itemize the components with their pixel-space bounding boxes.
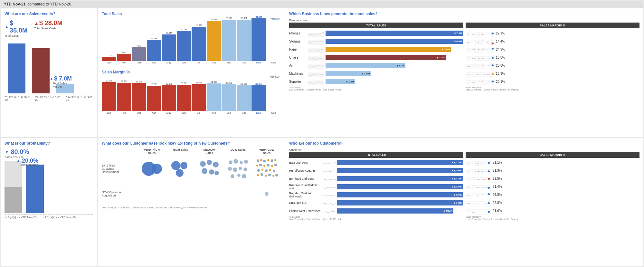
svg-point-154 [488, 211, 490, 213]
vs-label-3: +11.5% vs YTD Nov-20 [66, 95, 93, 101]
bl-margin-val-phones: 22.1% [496, 32, 505, 35]
tc-row-3: Bernhard and Sons $ 1,071K [289, 175, 463, 182]
kpi-total-costs-value: ▲ $ 28.0M [34, 19, 62, 27]
tc-margin-spacer: . [466, 148, 639, 151]
bl-margin-footer: Sales Margin % Last 12 months Current Pe… [466, 86, 639, 91]
cb-footer-note: one circle per Customer: sized by Total … [102, 206, 281, 209]
svg-point-134 [488, 170, 490, 172]
bl-margin-spark-machines [466, 70, 495, 77]
cb-bubble-existing-m [198, 157, 221, 180]
tc-margin-val-3: 22.5% [493, 177, 502, 180]
bl-total-sales-footer: Total Sales Last 12 months Current Perio… [289, 86, 463, 91]
svg-point-90 [260, 159, 262, 161]
bl-row-art: Art $ 3.5M [289, 62, 463, 69]
svg-point-74 [213, 162, 219, 167]
cb-existing-very-low [253, 156, 281, 182]
tc-val-5: $ 957K [454, 193, 462, 196]
svg-point-111 [275, 174, 278, 176]
profitability-panel: What is our profitability? ▼ 80.0% Sales… [1, 138, 97, 267]
tc-spark-6 [323, 199, 336, 206]
svg-point-98 [267, 164, 270, 167]
ts-bar-may: 14.2M May [162, 32, 176, 64]
prof-vs-labels: -1.2 pt(s) vs YTD Nov-20 +1.2 pt(s) vs Y… [5, 216, 93, 219]
bl-value-machines: $ 2.0M [362, 72, 370, 75]
bl-margin-spark-paper [466, 46, 495, 53]
total-sales-section: Total Sales 35.0M 1.7M Jan 3.6M [102, 12, 281, 67]
vs-labels-row: +4.8% vs YTD Nov-20 +3.3% vs YTD Nov-20 … [5, 95, 93, 101]
bl-spark-paper [308, 46, 324, 53]
total-sales-title: Total Sales [102, 12, 281, 16]
bl-margin-spark-chairs [466, 54, 495, 61]
tc-margin-spark-3 [466, 175, 491, 182]
svg-point-95 [256, 165, 258, 167]
prof-bar-col-1 [5, 161, 22, 213]
svg-rect-2 [308, 48, 324, 53]
cb-bubble-existing-vh [141, 157, 163, 180]
svg-point-108 [265, 175, 267, 177]
svg-point-142 [488, 187, 490, 189]
bl-margin-val-storage: 14.4% [496, 40, 505, 43]
tc-margin-row-1: 21.1% [466, 159, 639, 166]
profitability-title: What is our profitability? [5, 141, 93, 146]
kpi-margin-label: Total Sales Margin [53, 82, 74, 88]
tc-name-5: Rogahn, Crist and Gulgowski [289, 192, 321, 198]
svg-point-112 [265, 192, 269, 196]
sm-bar-sep: 20.8% Sep [222, 82, 236, 114]
kpi-total-costs-label: Total Sales Costs [34, 27, 57, 30]
svg-point-86 [231, 174, 234, 178]
arrow-up-2: ▲ [34, 21, 39, 26]
sales-margin-title: Sales Margin % [102, 70, 281, 74]
tc-row-2: Runolfsson-Rogahn $ 1,197K [289, 167, 463, 174]
bl-bar-storage: $ 6.6M [326, 39, 463, 44]
top-customers-panel: Who are our top Customers? Customer → TO… [285, 138, 643, 267]
svg-point-105 [273, 170, 275, 172]
svg-point-75 [202, 168, 207, 174]
svg-rect-5 [308, 72, 324, 77]
tc-val-2: $ 1,197K [452, 169, 462, 172]
cb-new-row: NEW CustomerAcquisition [102, 184, 281, 204]
ts-bar-oct: 30.4M Oct [237, 17, 251, 64]
arrow-up-1: ▲ [5, 24, 9, 29]
header-comparison: compared to YTD Nov-20 [27, 2, 71, 6]
bl-name-supplies: Supplies [289, 80, 307, 83]
prof-bar-dark-1 [5, 187, 22, 213]
tc-bar-7: $ 853K [337, 208, 453, 214]
bl-name-chairs: Chairs [289, 56, 307, 59]
ts-bar-apr: 11.2M Apr [147, 37, 161, 64]
svg-point-123 [488, 162, 490, 164]
top-customers-grid: Customer → TOTAL SALES Batz and Sons $ 1… [289, 148, 639, 220]
tc-customer-label: Customer → [289, 148, 463, 151]
ts-bar-aug: 21.4M Aug [207, 18, 221, 64]
svg-point-71 [176, 169, 184, 177]
tc-val-6: $ 941K [454, 201, 462, 204]
svg-point-92 [267, 159, 269, 161]
tc-margin-row-4: 21.4% [466, 183, 639, 190]
ytd2020-ref-label: YTD 2020 [269, 17, 279, 20]
bl-margin-spacer: . [466, 19, 639, 22]
cb-bubble-existing-l [227, 157, 249, 180]
svg-point-100 [274, 164, 277, 166]
bl-bar-phones: $ 7.6M [326, 31, 463, 36]
cb-col-4: LOW Sales [224, 148, 252, 155]
tc-margin-spark-6 [466, 199, 491, 206]
svg-point-96 [259, 164, 262, 166]
ts-bar-nov: 35.0M Nov [251, 16, 266, 64]
tc-margin-val-6: 22.8% [493, 201, 502, 205]
sm-bar-jan: 22.7% Jan [102, 80, 116, 114]
tc-val-1: $ 1,272K [452, 161, 462, 164]
business-lines-panel: Which Business Lines generate the most s… [285, 8, 643, 137]
bl-spark-chairs [308, 54, 324, 61]
dashed-ref-line [5, 94, 93, 94]
tc-bar-5: $ 957K [337, 192, 463, 197]
kpi-total-sales-value: ▲ $ 35.0M [5, 19, 33, 34]
svg-point-18 [492, 33, 494, 34]
kpi-total-sales: ▲ $ 35.0M Total Sales [5, 19, 33, 37]
total-sales-chart: 35.0M 1.7M Jan 3.6M Feb [102, 17, 281, 67]
sm-bar-feb: 22.1% Feb [117, 80, 131, 114]
bl-value-art: $ 3.5M [397, 64, 404, 67]
tc-val-7: $ 853K [444, 209, 452, 212]
tc-margin-row-2: 21.3% [466, 167, 639, 174]
bl-footer-label2: Last 12 months Current Period (line is R… [289, 89, 342, 91]
tc-spark-5 [323, 191, 336, 198]
sm-bar-oct: 20.1% Oct [237, 83, 251, 114]
